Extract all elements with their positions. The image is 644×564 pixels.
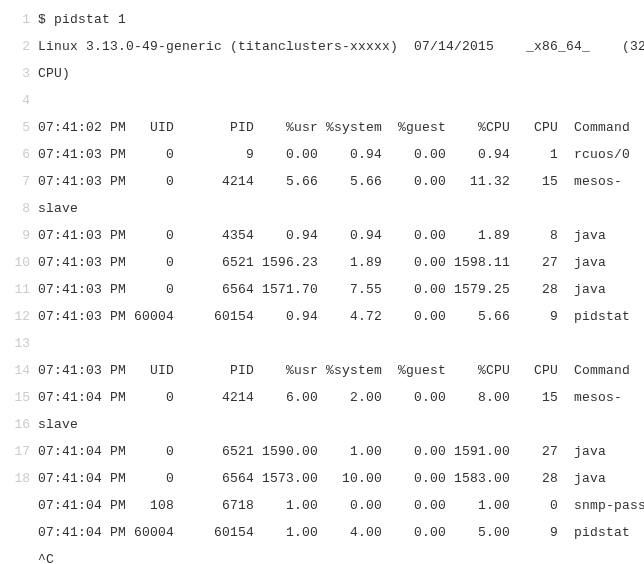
line-number: 18 [0,465,38,492]
code-line: 1407:41:03 PM UID PID %usr %system %gues… [0,357,644,384]
line-number: 12 [0,303,38,330]
line-text: Linux 3.13.0-49-generic (titanclusters-x… [38,33,644,60]
line-number: 6 [0,141,38,168]
code-line: 4 [0,87,644,114]
code-line: 1$ pidstat 1 [0,6,644,33]
code-line: 707:41:03 PM 0 4214 5.66 5.66 0.00 11.32… [0,168,644,195]
line-text: slave [38,411,78,438]
code-line: 607:41:03 PM 0 9 0.00 0.94 0.00 0.94 1 r… [0,141,644,168]
code-line: 1807:41:04 PM 0 6564 1573.00 10.00 0.00 … [0,465,644,492]
line-text: 07:41:04 PM 0 4214 6.00 2.00 0.00 8.00 1… [38,384,622,411]
line-text: 07:41:04 PM 60004 60154 1.00 4.00 0.00 5… [38,519,630,546]
code-line: 1007:41:03 PM 0 6521 1596.23 1.89 0.00 1… [0,249,644,276]
code-block: 1$ pidstat 12Linux 3.13.0-49-generic (ti… [0,0,644,564]
line-number: 16 [0,411,38,438]
code-line: 2Linux 3.13.0-49-generic (titanclusters-… [0,33,644,60]
line-number: 4 [0,87,38,114]
code-line: 507:41:02 PM UID PID %usr %system %guest… [0,114,644,141]
line-text: 07:41:04 PM 108 6718 1.00 0.00 0.00 1.00… [38,492,644,519]
code-line: 07:41:04 PM 108 6718 1.00 0.00 0.00 1.00… [0,492,644,519]
line-number: 11 [0,276,38,303]
line-text: 07:41:02 PM UID PID %usr %system %guest … [38,114,630,141]
line-text: ^C [38,546,54,564]
line-text: 07:41:03 PM 0 4354 0.94 0.94 0.00 1.89 8… [38,222,606,249]
line-text: 07:41:04 PM 0 6521 1590.00 1.00 0.00 159… [38,438,606,465]
code-line: 07:41:04 PM 60004 60154 1.00 4.00 0.00 5… [0,519,644,546]
line-text: 07:41:03 PM 0 4214 5.66 5.66 0.00 11.32 … [38,168,622,195]
line-number: 15 [0,384,38,411]
line-number: 9 [0,222,38,249]
line-number: 7 [0,168,38,195]
line-number: 3 [0,60,38,87]
code-line: 8slave [0,195,644,222]
line-text: $ pidstat 1 [38,6,126,33]
line-number: 14 [0,357,38,384]
line-number: 5 [0,114,38,141]
line-number: 17 [0,438,38,465]
code-line: 3CPU) [0,60,644,87]
line-text: CPU) [38,60,70,87]
line-text: 07:41:03 PM 60004 60154 0.94 4.72 0.00 5… [38,303,630,330]
code-line: 1107:41:03 PM 0 6564 1571.70 7.55 0.00 1… [0,276,644,303]
line-text: 07:41:03 PM 0 9 0.00 0.94 0.00 0.94 1 rc… [38,141,630,168]
line-number: 13 [0,330,38,357]
line-text: 07:41:03 PM UID PID %usr %system %guest … [38,357,630,384]
line-number: 1 [0,6,38,33]
code-line: 1707:41:04 PM 0 6521 1590.00 1.00 0.00 1… [0,438,644,465]
line-text: slave [38,195,78,222]
line-number: 8 [0,195,38,222]
code-line: 907:41:03 PM 0 4354 0.94 0.94 0.00 1.89 … [0,222,644,249]
line-text: 07:41:03 PM 0 6521 1596.23 1.89 0.00 159… [38,249,606,276]
code-line: 13 [0,330,644,357]
line-text: 07:41:03 PM 0 6564 1571.70 7.55 0.00 157… [38,276,606,303]
line-text: 07:41:04 PM 0 6564 1573.00 10.00 0.00 15… [38,465,606,492]
code-line: 1207:41:03 PM 60004 60154 0.94 4.72 0.00… [0,303,644,330]
line-number: 10 [0,249,38,276]
line-number: 2 [0,33,38,60]
code-line: ^C [0,546,644,564]
code-line: 16slave [0,411,644,438]
code-line: 1507:41:04 PM 0 4214 6.00 2.00 0.00 8.00… [0,384,644,411]
